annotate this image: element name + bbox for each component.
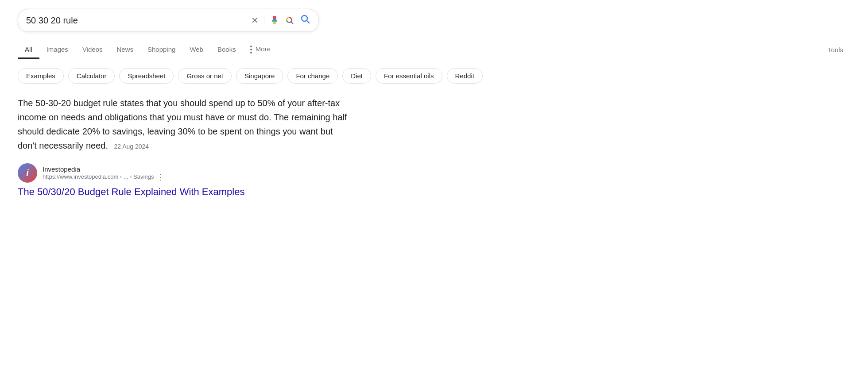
clear-icon[interactable]: ✕ bbox=[251, 15, 259, 26]
tab-more[interactable]: More bbox=[243, 41, 278, 59]
chip-calculator[interactable]: Calculator bbox=[68, 68, 115, 84]
chip-gross-or-net[interactable]: Gross or net bbox=[178, 68, 232, 84]
nav-tabs: All Images Videos News Shopping Web Book… bbox=[18, 41, 850, 59]
tab-books[interactable]: Books bbox=[210, 41, 243, 59]
lens-icon[interactable] bbox=[285, 15, 294, 25]
tab-shopping[interactable]: Shopping bbox=[140, 41, 182, 59]
search-input[interactable] bbox=[26, 15, 246, 26]
icon-divider bbox=[264, 15, 264, 26]
tab-web[interactable]: Web bbox=[182, 41, 210, 59]
tab-videos[interactable]: Videos bbox=[75, 41, 110, 59]
tab-all[interactable]: All bbox=[18, 41, 39, 59]
source-row: i Investopedia https://www.investopedia.… bbox=[18, 163, 850, 183]
chip-reddit[interactable]: Reddit bbox=[447, 68, 483, 84]
search-icons: ✕ bbox=[251, 14, 310, 27]
filter-chips: Examples Calculator Spreadsheet Gross or… bbox=[18, 68, 850, 84]
source-name: Investopedia bbox=[43, 165, 164, 173]
svg-line-4 bbox=[291, 22, 293, 23]
featured-date: 22 Aug 2024 bbox=[114, 143, 149, 150]
tab-images[interactable]: Images bbox=[39, 41, 75, 59]
chip-examples[interactable]: Examples bbox=[18, 68, 64, 84]
chip-diet[interactable]: Diet bbox=[342, 68, 371, 84]
chip-singapore[interactable]: Singapore bbox=[236, 68, 283, 84]
svg-line-6 bbox=[307, 21, 310, 23]
favicon: i bbox=[18, 163, 37, 183]
search-button[interactable] bbox=[300, 14, 310, 27]
featured-text: The 50-30-20 budget rule states that you… bbox=[18, 96, 350, 153]
source-url: https://www.investopedia.com › ... › Sav… bbox=[43, 173, 164, 181]
tools-button[interactable]: Tools bbox=[821, 42, 850, 58]
more-dots-icon bbox=[250, 46, 252, 54]
chip-essential-oils[interactable]: For essential oils bbox=[376, 68, 442, 84]
chip-spreadsheet[interactable]: Spreadsheet bbox=[119, 68, 174, 84]
result-options-icon[interactable]: ⋮ bbox=[156, 173, 164, 181]
search-bar: ✕ bbox=[18, 9, 319, 32]
result-title-link[interactable]: The 50/30/20 Budget Rule Explained With … bbox=[18, 186, 244, 198]
tab-news[interactable]: News bbox=[109, 41, 140, 59]
source-info: Investopedia https://www.investopedia.co… bbox=[43, 165, 164, 181]
featured-snippet: The 50-30-20 budget rule states that you… bbox=[18, 96, 350, 153]
chip-for-change[interactable]: For change bbox=[287, 68, 338, 84]
mic-icon[interactable] bbox=[270, 15, 279, 25]
